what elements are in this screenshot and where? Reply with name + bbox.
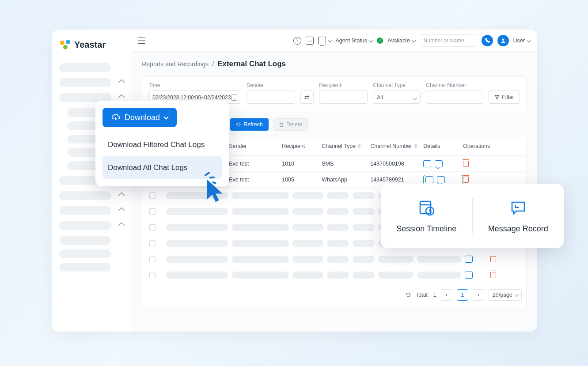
refresh-icon bbox=[236, 122, 241, 127]
svg-point-3 bbox=[502, 38, 504, 41]
screen-icon[interactable] bbox=[318, 37, 326, 45]
available-label[interactable]: Available bbox=[387, 38, 410, 44]
filter-recipient-label: Recipient bbox=[319, 82, 368, 88]
message-record-icon[interactable] bbox=[435, 160, 443, 167]
session-timeline-icon[interactable] bbox=[423, 160, 431, 167]
prev-page-button[interactable]: ‹ bbox=[441, 289, 452, 301]
svg-point-1 bbox=[66, 40, 70, 44]
filter-sender-label: Sender bbox=[247, 82, 295, 88]
col-details: Details bbox=[423, 143, 463, 149]
nav-skeleton-row[interactable] bbox=[59, 78, 124, 87]
filter-channel-type-label: Channel Type bbox=[373, 82, 421, 88]
total-value: 1 bbox=[433, 292, 436, 298]
svg-point-2 bbox=[63, 45, 68, 49]
sort-icon bbox=[357, 144, 361, 148]
total-label: Total: bbox=[416, 292, 429, 298]
trash-icon bbox=[279, 122, 284, 127]
filter-channel-type-select[interactable]: All bbox=[373, 91, 421, 104]
sidebar-collapse-icon[interactable] bbox=[138, 38, 145, 44]
row-delete-button[interactable] bbox=[490, 272, 496, 278]
cell-sender: Eve test bbox=[229, 161, 282, 167]
cloud-download-icon bbox=[111, 113, 120, 122]
refresh-button[interactable]: Refresh bbox=[230, 118, 269, 131]
row-delete-button[interactable] bbox=[490, 256, 496, 262]
nav-skeleton-row[interactable] bbox=[59, 221, 124, 230]
chevron-down-icon bbox=[527, 38, 531, 42]
svg-rect-4 bbox=[280, 124, 283, 127]
details-callout: Session Timeline Message Record bbox=[381, 184, 564, 248]
message-record-label: Message Record bbox=[488, 224, 548, 234]
message-record-icon[interactable] bbox=[437, 176, 445, 183]
agent-status-label[interactable]: Agent Status bbox=[336, 38, 368, 44]
details-highlight bbox=[423, 175, 463, 185]
nav-skeleton bbox=[59, 63, 111, 72]
table-row-skeleton bbox=[142, 267, 526, 283]
filter-icon bbox=[494, 94, 500, 100]
delete-button[interactable]: Delete bbox=[273, 118, 308, 131]
svg-point-0 bbox=[60, 41, 64, 45]
download-filtered-option[interactable]: Download Filtered Chat Logs bbox=[102, 133, 222, 156]
session-timeline-icon[interactable] bbox=[465, 256, 473, 263]
col-operations: Operations bbox=[463, 143, 503, 149]
cell-channel-type: SMS bbox=[322, 161, 370, 167]
voicemail-icon[interactable]: ▭ bbox=[306, 37, 314, 45]
cursor-icon bbox=[204, 177, 227, 207]
nav-skeleton-row[interactable] bbox=[59, 191, 124, 200]
nav-skeleton bbox=[59, 236, 111, 245]
page-number[interactable]: 1 bbox=[457, 289, 468, 301]
cell-channel-number: 14370500198 bbox=[370, 161, 423, 167]
download-menu: Download Filtered Chat Logs Download All… bbox=[102, 133, 222, 179]
message-record-card: Message Record bbox=[473, 199, 564, 234]
reload-icon[interactable] bbox=[405, 292, 411, 298]
cell-recipient: 1005 bbox=[282, 177, 322, 183]
next-page-button[interactable]: › bbox=[473, 289, 484, 301]
download-button[interactable]: Download bbox=[102, 108, 177, 127]
chevron-up-icon bbox=[118, 192, 125, 199]
cell-channel-number: 14345789921 bbox=[370, 177, 423, 183]
col-channel-type[interactable]: Channel Type bbox=[322, 143, 370, 149]
col-channel-number[interactable]: Channel Number bbox=[370, 143, 423, 149]
session-timeline-icon[interactable] bbox=[425, 176, 433, 183]
search-input[interactable] bbox=[420, 34, 477, 47]
brand-logo: Yeastar bbox=[59, 38, 124, 51]
logo-mark-icon bbox=[59, 38, 72, 51]
filter-channel-number-input[interactable] bbox=[426, 91, 483, 104]
breadcrumb-parent[interactable]: Reports and Recordings bbox=[142, 60, 209, 68]
cell-recipient: 1010 bbox=[282, 161, 322, 167]
session-timeline-label: Session Timeline bbox=[396, 224, 456, 234]
cell-channel-type: WhatsApp bbox=[322, 177, 370, 183]
chevron-down-icon bbox=[412, 38, 415, 42]
chevron-down-icon bbox=[328, 38, 331, 42]
available-status-icon bbox=[377, 38, 383, 44]
brand-name: Yeastar bbox=[74, 40, 106, 50]
action-row: Refresh Delete bbox=[230, 118, 527, 131]
chevron-up-icon bbox=[118, 79, 125, 86]
filter-time-label: Time bbox=[148, 82, 241, 88]
row-delete-button[interactable] bbox=[463, 177, 469, 183]
session-timeline-icon bbox=[417, 199, 435, 218]
sort-icon bbox=[414, 144, 417, 148]
col-recipient: Recipient bbox=[282, 143, 322, 149]
user-label[interactable]: User bbox=[513, 38, 525, 44]
filter-recipient-input[interactable] bbox=[319, 91, 368, 104]
filter-button[interactable]: Filter bbox=[489, 91, 520, 104]
row-delete-button[interactable] bbox=[463, 161, 469, 167]
chevron-down-icon bbox=[163, 114, 168, 119]
message-record-icon bbox=[509, 199, 527, 218]
topbar: ? ▭ Agent Status Available User bbox=[131, 30, 537, 52]
nav-skeleton-row[interactable] bbox=[59, 206, 124, 215]
session-timeline-icon[interactable] bbox=[465, 272, 473, 279]
call-button[interactable] bbox=[482, 35, 493, 46]
chevron-up-icon bbox=[118, 223, 125, 229]
help-icon[interactable]: ? bbox=[293, 37, 301, 45]
download-all-option[interactable]: Download All Chat Logs bbox=[102, 156, 222, 179]
page-size-select[interactable]: 20/page bbox=[489, 289, 522, 301]
pagination: Total: 1 ‹ 1 › 20/page bbox=[142, 283, 526, 307]
user-avatar-button[interactable] bbox=[497, 35, 509, 46]
filter-sender-input[interactable] bbox=[247, 91, 295, 104]
swap-icon[interactable]: ⇄ bbox=[300, 91, 314, 104]
nav-skeleton bbox=[59, 249, 111, 258]
chevron-up-icon bbox=[118, 208, 125, 214]
col-sender: Sender bbox=[229, 143, 282, 149]
breadcrumb-current: External Chat Logs bbox=[217, 60, 286, 68]
